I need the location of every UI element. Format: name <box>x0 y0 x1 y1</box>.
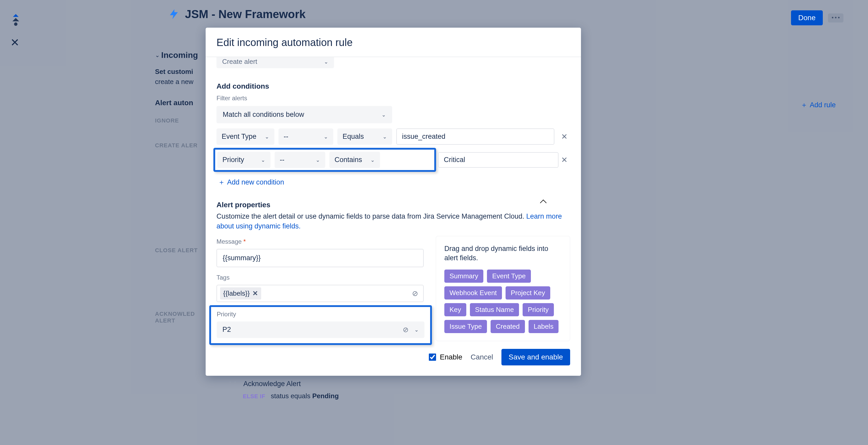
chevron-down-icon: ⌄ <box>370 157 375 163</box>
alert-properties-desc: Customize the alert detail or use dynami… <box>216 212 570 231</box>
dynamic-field-chip[interactable]: Key <box>444 303 466 316</box>
lightning-icon <box>168 8 180 20</box>
chevron-down-icon: ⌄ <box>316 157 320 163</box>
more-actions-button[interactable] <box>828 13 843 23</box>
add-condition-button[interactable]: ＋ Add new condition <box>216 178 570 187</box>
enable-checkbox[interactable] <box>429 354 436 361</box>
chevron-down-icon[interactable]: ⌄ <box>155 52 160 59</box>
dynamic-field-chip[interactable]: Labels <box>529 320 559 333</box>
cat-close-alert: CLOSE ALERT <box>155 247 207 254</box>
condition-subfield-select[interactable]: --⌄ <box>275 152 325 168</box>
modal-title: Edit incoming automation rule <box>216 37 570 48</box>
dynamic-field-chip[interactable]: Webhook Event <box>444 286 502 299</box>
dynamic-field-chip[interactable]: Project Key <box>505 286 550 299</box>
page-title: JSM - New Framework <box>185 8 306 21</box>
chevron-down-icon: ⌄ <box>324 134 328 140</box>
svg-point-1 <box>832 17 833 18</box>
add-conditions-heading: Add conditions <box>216 82 570 90</box>
condition-operator-select[interactable]: Contains⌄ <box>330 152 380 168</box>
left-subtext-2: create a new <box>155 78 207 86</box>
rule-ack-label: Acknowledge Alert <box>243 380 301 388</box>
add-rule-button[interactable]: ＋ Add rule <box>801 100 836 110</box>
action-select[interactable]: Create alert ⌄ <box>216 57 334 68</box>
condition-field-select[interactable]: Event Type⌄ <box>216 128 274 145</box>
dynamic-field-chip[interactable]: Event Type <box>487 270 531 283</box>
condition-value-input[interactable] <box>396 128 554 145</box>
priority-label: Priority <box>217 310 425 318</box>
dynamic-field-chip[interactable]: Priority <box>523 303 554 316</box>
edit-rule-modal: Edit incoming automation rule Create ale… <box>206 28 581 376</box>
dynamic-field-chip[interactable]: Created <box>491 320 525 333</box>
remove-condition-icon[interactable]: ✕ <box>559 155 570 165</box>
dynamic-field-chip[interactable]: Issue Type <box>444 320 487 333</box>
message-input[interactable] <box>216 249 424 267</box>
svg-point-3 <box>838 17 840 18</box>
dynamic-fields-panel: Drag and drop dynamic fields into alert … <box>436 236 570 341</box>
remove-tag-icon[interactable]: ✕ <box>252 290 258 297</box>
tags-input[interactable]: {{labels}} ✕ ⊘ <box>216 285 424 302</box>
dynamic-field-chip[interactable]: Status Name <box>470 303 519 316</box>
priority-highlight: Priority P2 ⊘ ⌄ <box>209 305 432 345</box>
done-button[interactable]: Done <box>791 10 823 25</box>
chevron-down-icon: ⌄ <box>381 112 386 118</box>
condition-operator-select[interactable]: Equals⌄ <box>337 128 392 145</box>
clear-tags-icon[interactable]: ⊘ <box>412 289 420 298</box>
plus-icon: ＋ <box>801 100 808 110</box>
alert-automation-label: Alert auton <box>155 99 207 107</box>
condition-row-2-highlight: Priority⌄ --⌄ Contains⌄ <box>213 148 436 172</box>
condition-row-1: Event Type⌄ --⌄ Equals⌄ ✕ <box>216 128 570 145</box>
chevron-down-icon: ⌄ <box>261 157 265 163</box>
chevron-down-icon: ⌄ <box>324 59 328 65</box>
enable-toggle[interactable]: Enable <box>429 353 462 361</box>
remove-condition-icon[interactable]: ✕ <box>559 132 570 141</box>
cat-ack-2: ALERT <box>155 317 207 324</box>
rule-elseif-row: ELSE IF status equals Pending <box>227 392 339 400</box>
match-mode-select[interactable]: Match all conditions below ⌄ <box>216 106 392 123</box>
condition-row-2: Priority⌄ --⌄ Contains⌄ <box>217 152 432 168</box>
cat-ack-1: ACKNOWLED <box>155 310 207 317</box>
filter-alerts-label: Filter alerts <box>216 95 570 102</box>
dynamic-field-chip[interactable]: Summary <box>444 270 483 283</box>
chevron-down-icon: ⌄ <box>265 134 269 140</box>
chevron-down-icon: ⌄ <box>382 134 387 140</box>
close-icon[interactable]: ✕ <box>10 36 20 49</box>
cat-create-alert: CREATE ALER <box>155 142 207 149</box>
cancel-button[interactable]: Cancel <box>471 353 493 361</box>
tag-chip: {{labels}} ✕ <box>220 287 261 299</box>
left-subtext-1: Set customi <box>155 68 207 76</box>
plus-icon: ＋ <box>218 178 225 187</box>
svg-point-2 <box>835 17 836 18</box>
clear-priority-icon[interactable]: ⊘ <box>403 326 409 334</box>
sidebar-logo-icon <box>9 13 23 26</box>
dynamic-fields-desc: Drag and drop dynamic fields into alert … <box>444 244 562 263</box>
drag-handle-icon[interactable]: ⋮⋮ <box>227 381 237 387</box>
save-and-enable-button[interactable]: Save and enable <box>501 349 570 365</box>
svg-point-0 <box>14 23 18 26</box>
condition-field-select[interactable]: Priority⌄ <box>217 152 271 168</box>
condition-subfield-select[interactable]: --⌄ <box>278 128 333 145</box>
cat-ignore: IGNORE <box>155 117 207 124</box>
elseif-chip: ELSE IF <box>243 393 265 399</box>
alert-properties-heading: Alert properties <box>216 201 570 209</box>
chevron-down-icon: ⌄ <box>414 327 419 333</box>
section-incoming-label: Incoming <box>161 50 198 60</box>
condition-value-input[interactable] <box>438 152 559 168</box>
priority-select[interactable]: P2 ⊘ ⌄ <box>217 322 425 338</box>
